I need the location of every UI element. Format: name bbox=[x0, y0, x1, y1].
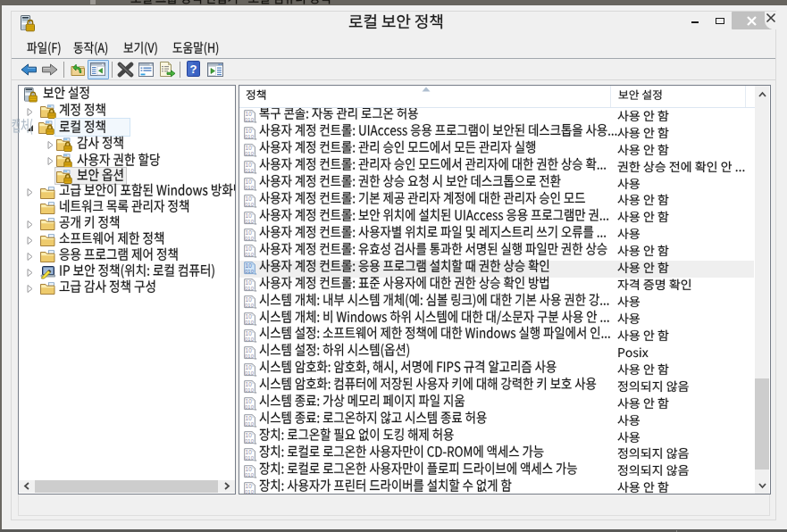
svg-text:010: 010 bbox=[245, 353, 255, 359]
svg-text:010: 010 bbox=[245, 471, 255, 477]
svg-text:010: 010 bbox=[245, 202, 255, 207]
svg-text:010: 010 bbox=[245, 454, 255, 460]
svg-text:010: 010 bbox=[245, 421, 255, 427]
svg-text:010: 010 bbox=[245, 117, 255, 122]
svg-text:010: 010 bbox=[245, 286, 255, 291]
svg-text:010: 010 bbox=[245, 168, 255, 173]
svg-text:?: ? bbox=[190, 62, 197, 76]
svg-text:010: 010 bbox=[245, 269, 255, 274]
svg-text:010: 010 bbox=[245, 320, 255, 325]
svg-text:010: 010 bbox=[245, 151, 255, 156]
svg-text:010: 010 bbox=[245, 387, 255, 393]
svg-text:010: 010 bbox=[245, 252, 255, 257]
svg-text:010: 010 bbox=[245, 370, 255, 376]
svg-text:010: 010 bbox=[245, 185, 255, 190]
svg-text:010: 010 bbox=[245, 488, 255, 493]
svg-text:010: 010 bbox=[245, 134, 255, 139]
svg-text:010: 010 bbox=[245, 235, 255, 240]
svg-text:010: 010 bbox=[245, 404, 255, 410]
svg-text:010: 010 bbox=[245, 303, 255, 308]
svg-text:010: 010 bbox=[245, 218, 255, 223]
svg-text:010: 010 bbox=[245, 337, 255, 342]
svg-text:010: 010 bbox=[245, 438, 255, 444]
